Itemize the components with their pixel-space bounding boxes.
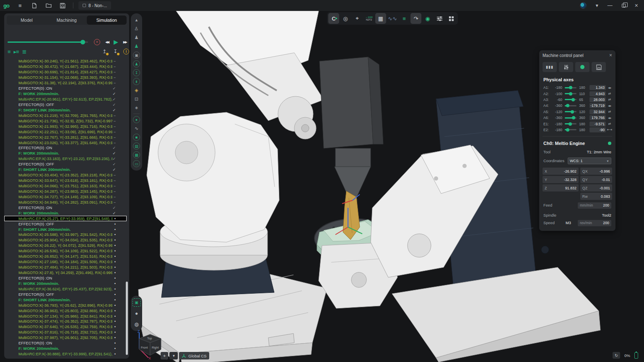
axis-slider[interactable] bbox=[565, 117, 576, 119]
command-row[interactable]: MultiGOTO:X(-21.736), Y(-32.9), Z(91.732… bbox=[4, 118, 127, 124]
command-row[interactable]: MultiGOTO:X(-37.816), Y(-26.718), Z(92.7… bbox=[4, 330, 127, 335]
list-flat-icon[interactable]: ≡ bbox=[8, 49, 10, 55]
layers-stack-icon[interactable]: ≡ bbox=[399, 13, 410, 24]
command-row[interactable]: F: SHORT LINK 200mm/min.✓ bbox=[4, 107, 127, 113]
arc-tool-icon[interactable]: C bbox=[328, 13, 339, 24]
hamburger-menu-icon[interactable]: ≡ bbox=[17, 2, 23, 9]
document-tab[interactable]: 8 - Non-... bbox=[78, 1, 111, 10]
stop-icon[interactable]: × bbox=[94, 39, 100, 45]
add-cs-button[interactable]: + bbox=[161, 352, 168, 359]
command-row[interactable]: F: SHORT LINK 200mm/min.• bbox=[4, 297, 127, 303]
chevron-down-icon[interactable]: ▾ bbox=[596, 3, 598, 8]
command-row[interactable]: MultiGOTO:X(-33.847), Y(-23.618), Z(93.1… bbox=[4, 178, 127, 184]
command-row[interactable]: MultiGOTO:X(-26.852), Y(-34.147), Z(91.5… bbox=[4, 254, 127, 259]
axis-value-field[interactable]: 4.943 bbox=[589, 91, 606, 96]
command-row[interactable]: EFFECTOR(0) :ON• bbox=[4, 341, 127, 346]
wcs-select[interactable]: WCS: 1 ▼ bbox=[568, 158, 611, 164]
point-toggle-icon[interactable]: ● bbox=[133, 116, 140, 123]
axis-slider-thumb[interactable] bbox=[571, 110, 574, 114]
axis-slider-thumb[interactable] bbox=[572, 116, 575, 119]
axis-value-field[interactable]: -90 bbox=[589, 127, 606, 132]
axis-value-field[interactable]: 1.343 bbox=[589, 85, 606, 90]
axis-slider[interactable] bbox=[565, 99, 576, 100]
open-folder-icon[interactable] bbox=[45, 2, 52, 9]
axis-slider[interactable] bbox=[565, 129, 576, 130]
filter-sliders-icon[interactable] bbox=[434, 13, 445, 24]
path-jump-icon[interactable]: ↷ bbox=[410, 13, 421, 24]
stock-frame-icon[interactable]: ▣ bbox=[133, 52, 140, 59]
command-row[interactable]: EFFECTOR(0) :OFF✓ bbox=[4, 162, 127, 167]
command-row[interactable]: MultiGOTO:X(-30.472), Y(-21.687), Z(93.4… bbox=[4, 64, 127, 70]
coord-field-rw[interactable]: Rw0.083 bbox=[580, 193, 612, 200]
axis-value-field[interactable]: 32.944 bbox=[589, 109, 606, 114]
speed-field[interactable]: rev/min 200 bbox=[578, 220, 611, 226]
coord-field-qz[interactable]: QZ-0.001 bbox=[580, 184, 612, 191]
axis-slider[interactable] bbox=[565, 111, 576, 112]
command-row[interactable]: EFFECTOR(0) :ON✓ bbox=[4, 205, 127, 210]
command-row[interactable]: MultiGOTO:X(-37.987), Y(-26.901), Z(92.7… bbox=[4, 335, 127, 341]
command-row[interactable]: MultiGOTO:X(-30.699), Y(-21.814), Z(93.4… bbox=[4, 70, 127, 75]
axis-slider-thumb[interactable] bbox=[566, 128, 569, 132]
command-row[interactable]: MultiGOTO:X(-34.287), Y(-23.883), Z(93.1… bbox=[4, 189, 127, 194]
command-row[interactable]: F: WORK 200mm/min.✓ bbox=[4, 210, 127, 216]
calculator-icon[interactable]: ▦ bbox=[375, 13, 386, 24]
command-row[interactable]: MultiGOTO:X(-34.066), Y(-23.751), Z(93.1… bbox=[4, 184, 127, 189]
axis-slider-thumb[interactable] bbox=[571, 98, 575, 101]
command-row[interactable]: MultiGOTO:X(-22.251), Y(-33.09), Z(91.69… bbox=[4, 129, 127, 134]
save-icon[interactable] bbox=[60, 2, 66, 9]
part-toggle-icon[interactable]: ■ bbox=[133, 134, 140, 141]
axis-slider-thumb[interactable] bbox=[569, 122, 572, 126]
robot-icon[interactable]: ♟ bbox=[132, 33, 141, 42]
command-row[interactable]: EFFECTOR(0) :ON✓ bbox=[4, 145, 127, 151]
sync-icon[interactable]: ↻ bbox=[613, 352, 620, 359]
command-row[interactable]: MultiGOTO:X(-23.026), Y(-33.377), Z(91.6… bbox=[4, 140, 127, 145]
command-row[interactable]: F: SHORT LINK 200mm/min.✓ bbox=[4, 167, 127, 173]
save-icon[interactable] bbox=[592, 62, 606, 72]
play-icon[interactable]: ▶ bbox=[114, 39, 118, 45]
probe-gauge-icon[interactable]: ◎ bbox=[340, 13, 351, 24]
axis-stepper-icon[interactable]: ◂ ▸ bbox=[606, 116, 613, 120]
axis-slider[interactable] bbox=[565, 87, 576, 88]
command-row[interactable]: MultiGOTO:X(-26.536), Y(-34.109), Z(91.5… bbox=[4, 248, 127, 254]
command-row[interactable]: F: WORK 200mm/min.✓ bbox=[4, 91, 127, 97]
command-row[interactable]: MultiGOTO:X(-25.904), Y(-34.034), Z(91.5… bbox=[4, 238, 127, 243]
minimize-icon[interactable]: — bbox=[608, 3, 613, 8]
command-row[interactable]: MultiGOTO:X(-36.963), Y(-25.803), Z(92.8… bbox=[4, 308, 127, 313]
command-row[interactable]: MultiGOTO:X(-27.168), Y(-34.184), Z(91.5… bbox=[4, 259, 127, 265]
tab-model[interactable]: Model bbox=[7, 16, 47, 25]
coord-field-y[interactable]: Y-32.328 bbox=[543, 176, 579, 183]
grid-dots-icon[interactable] bbox=[446, 13, 457, 24]
command-row[interactable]: F: WORK 200mm/min.✓ bbox=[4, 151, 127, 156]
waveform-icon[interactable]: ∿∿ bbox=[387, 13, 398, 24]
command-row[interactable]: F: WORK 200mm/min.• bbox=[4, 281, 127, 286]
axis-stepper-icon[interactable]: ⇤⇥ bbox=[606, 128, 613, 132]
axis-value-field[interactable]: 28.003 bbox=[589, 97, 606, 102]
command-row[interactable]: MultiGOTO:X(-21.993), Y(-32.995), Z(91.7… bbox=[4, 124, 127, 129]
command-row[interactable]: MultiGOTO:X(-31.38), Y(-22.194), Z(93.37… bbox=[4, 80, 127, 86]
tool-wire-icon[interactable]: ⇟ bbox=[133, 78, 140, 85]
command-row[interactable]: EFFECTOR(0) :OFF✓ bbox=[4, 102, 127, 108]
axis-stepper-icon[interactable]: ⇄ bbox=[606, 92, 613, 96]
user-avatar[interactable] bbox=[580, 2, 587, 9]
axis-value-field[interactable]: -9.571 bbox=[589, 122, 606, 127]
axis-slider-thumb[interactable] bbox=[566, 104, 569, 107]
warning-icon[interactable]: ! bbox=[123, 49, 129, 54]
command-row[interactable]: F: SHORT LINK 200mm/min.• bbox=[4, 227, 127, 232]
command-row[interactable]: MultiGOTO:X(-37.474), Y(-26.352), Z(92.7… bbox=[4, 319, 127, 324]
close-icon[interactable]: × bbox=[609, 52, 612, 58]
list-scrollbar[interactable] bbox=[126, 282, 128, 355]
axis-slider[interactable] bbox=[565, 105, 576, 106]
command-row[interactable]: MultiGOTO:X(-31.154), Y(-22.068), Z(93.3… bbox=[4, 75, 127, 80]
axis-stepper-icon[interactable]: ◂ ▸ bbox=[606, 86, 613, 90]
mesh-sphere-icon[interactable]: ◍ bbox=[132, 320, 141, 328]
frame-link-icon[interactable]: ⊡ bbox=[132, 95, 141, 103]
scroll-up-icon[interactable]: ▴ bbox=[132, 16, 141, 24]
command-row[interactable]: MultiGOTO:X(-27.484), Y(-34.221), Z(91.5… bbox=[4, 265, 127, 270]
coord-field-z[interactable]: Z91.832 bbox=[543, 184, 579, 191]
command-row[interactable]: EFFECTOR(0) :OFF• bbox=[4, 292, 127, 297]
tag-up-icon[interactable]: ↥ bbox=[102, 49, 106, 54]
coord-field-x[interactable]: X-26.902 bbox=[543, 168, 579, 175]
layers-toggle-icon[interactable]: ▤ bbox=[133, 142, 140, 150]
command-row[interactable]: MultiARC:EP.X(-36.624), EP.Y(-25.437), E… bbox=[4, 286, 127, 292]
command-row[interactable]: MultiGOTO:X(-36.793), Y(-25.62), Z(92.89… bbox=[4, 303, 127, 308]
